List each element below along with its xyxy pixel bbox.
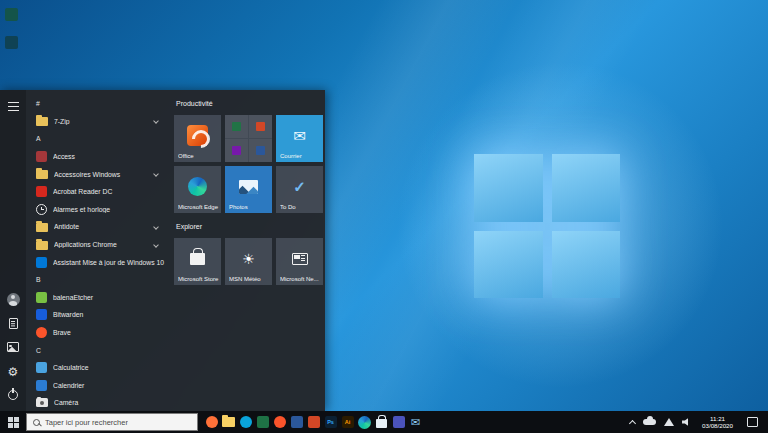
tray-hidden-icons-button[interactable]	[626, 411, 639, 433]
chevron-down-icon	[153, 171, 159, 177]
mini-tile[interactable]	[225, 115, 248, 138]
news-icon	[292, 253, 308, 265]
app-section-header-item[interactable]: #	[26, 95, 166, 113]
brave-icon	[36, 327, 47, 338]
tile-courrier[interactable]: Courrier	[276, 115, 323, 162]
rail-button-menu[interactable]	[4, 98, 22, 114]
calculatrice-icon	[36, 362, 47, 373]
mini-app-icon	[232, 122, 241, 131]
app-list-item-assistant-mise-a-jour-de-windows-10[interactable]: Assistant Mise à jour de Windows 10	[26, 253, 166, 271]
taskbar-icon-powerpoint[interactable]	[305, 411, 322, 433]
tile-microsoft-ne[interactable]: Microsoft Ne...	[276, 238, 323, 285]
picture-icon	[7, 342, 19, 352]
mini-tile[interactable]	[249, 139, 272, 162]
app-list-item-access[interactable]: Access	[26, 148, 166, 166]
app-list-item-came-ra[interactable]: Caméra	[26, 394, 166, 411]
taskbar-icon-illustrator[interactable]: Ai	[339, 411, 356, 433]
tile-to-do[interactable]: To Do	[276, 166, 323, 213]
chevron-down-icon	[153, 119, 159, 125]
taskbar-icon-teams[interactable]	[390, 411, 407, 433]
taskbar-icon-firefox[interactable]	[203, 411, 220, 433]
taskbar-icon-photoshop[interactable]: Ps	[322, 411, 339, 433]
tile-label: To Do	[280, 204, 321, 210]
taskbar-search-input[interactable]: Taper ici pour rechercher	[26, 413, 198, 431]
tile-group-title[interactable]: Explorer	[176, 223, 319, 232]
folder-icon	[36, 223, 48, 232]
app-label: Access	[53, 153, 166, 160]
windows-logo-pane	[552, 154, 621, 222]
taskbar-icon-skype[interactable]	[237, 411, 254, 433]
taskbar-icon-mail[interactable]	[407, 411, 424, 433]
app-list-item-calculatrice[interactable]: Calculatrice	[26, 359, 166, 377]
rail-button-user[interactable]	[4, 291, 22, 307]
tile-office-apps[interactable]	[225, 115, 272, 162]
windows-start-icon	[8, 417, 19, 428]
app-list-item-bitwarden[interactable]: Bitwarden	[26, 306, 166, 324]
app-list-item-alarmes-et-horloge[interactable]: Alarmes et horloge	[26, 201, 166, 219]
chevron-down-icon	[153, 242, 159, 248]
tray-time: 11:21	[710, 415, 725, 423]
app-list-item-antidote[interactable]: Antidote	[26, 218, 166, 236]
app-list-item-brave[interactable]: Brave	[26, 324, 166, 342]
tray-onedrive-button[interactable]	[639, 411, 660, 433]
taskbar-clock[interactable]: 11:21 03/08/2020	[696, 415, 739, 430]
clock-icon	[36, 204, 47, 215]
app-list-item-balenaetcher[interactable]: balenaEtcher	[26, 289, 166, 307]
balenaetcher-icon	[36, 292, 47, 303]
taskbar-icon-excel[interactable]	[254, 411, 271, 433]
app-section-header-c[interactable]: C	[26, 341, 166, 359]
start-button[interactable]	[0, 411, 26, 433]
app-list-item-7-zip[interactable]: 7-Zip	[26, 113, 166, 131]
taskbar-icon-store[interactable]	[373, 411, 390, 433]
mini-tile[interactable]	[225, 139, 248, 162]
tile-grid: Microsoft StoreMSN MétéoMicrosoft Ne...	[174, 238, 319, 285]
calendrier-icon	[36, 380, 47, 391]
hamburger-icon	[8, 102, 19, 111]
taskbar-icon-edge[interactable]	[356, 411, 373, 433]
document-icon	[9, 318, 18, 329]
rail-button-documents[interactable]	[4, 315, 22, 331]
start-menu-rail	[0, 90, 26, 411]
rail-button-power[interactable]	[4, 387, 22, 403]
tile-grid: OfficeCourrierMicrosoft EdgePhotosTo Do	[174, 115, 319, 213]
app-list-item-calendrier[interactable]: Calendrier	[26, 377, 166, 395]
taskbar-icon-file-explorer[interactable]	[220, 411, 237, 433]
desktop-shortcut-1[interactable]	[5, 8, 18, 21]
app-list-item-accessoires-windows[interactable]: Accessoires Windows	[26, 165, 166, 183]
edge-icon	[188, 177, 207, 196]
tile-microsoft-edge[interactable]: Microsoft Edge	[174, 166, 221, 213]
firefox-icon	[206, 416, 218, 428]
tray-volume-button[interactable]	[678, 411, 696, 433]
app-label: 7-Zip	[54, 118, 154, 125]
desktop-shortcut-2[interactable]	[5, 36, 18, 49]
tray-network-button[interactable]	[660, 411, 678, 433]
mini-app-icon	[256, 146, 265, 155]
app-label: Accessoires Windows	[54, 171, 154, 178]
rail-button-settings[interactable]	[4, 363, 22, 379]
app-section-header-b[interactable]: B	[26, 271, 166, 289]
mini-app-icon	[232, 146, 241, 155]
tile-msn-me-te-o[interactable]: MSN Météo	[225, 238, 272, 285]
action-center-button[interactable]	[739, 411, 766, 433]
tile-label: MSN Météo	[229, 276, 270, 282]
app-label: Caméra	[54, 399, 166, 406]
section-letter: #	[36, 100, 40, 107]
taskbar-icon-word[interactable]	[288, 411, 305, 433]
volume-icon	[682, 418, 692, 427]
powerpoint-icon	[308, 416, 320, 428]
rail-button-pictures[interactable]	[4, 339, 22, 355]
start-menu-app-list: #7-ZipAAccessAccessoires WindowsAcrobat …	[26, 90, 166, 411]
tile-group-title[interactable]: Productivité	[176, 100, 319, 109]
app-list-item-applications-chrome[interactable]: Applications Chrome	[26, 236, 166, 254]
tile-photos[interactable]: Photos	[225, 166, 272, 213]
tile-microsoft-store[interactable]: Microsoft Store	[174, 238, 221, 285]
mini-tile[interactable]	[249, 115, 272, 138]
taskbar-icon-brave[interactable]	[271, 411, 288, 433]
section-letter: A	[36, 135, 41, 142]
app-section-header-a[interactable]: A	[26, 130, 166, 148]
tile-office[interactable]: Office	[174, 115, 221, 162]
app-list-item-acrobat-reader-dc[interactable]: Acrobat Reader DC	[26, 183, 166, 201]
search-placeholder: Taper ici pour rechercher	[45, 418, 128, 427]
skype-icon	[240, 416, 252, 428]
start-menu-tiles: ProductivitéOfficeCourrierMicrosoft Edge…	[166, 90, 325, 411]
